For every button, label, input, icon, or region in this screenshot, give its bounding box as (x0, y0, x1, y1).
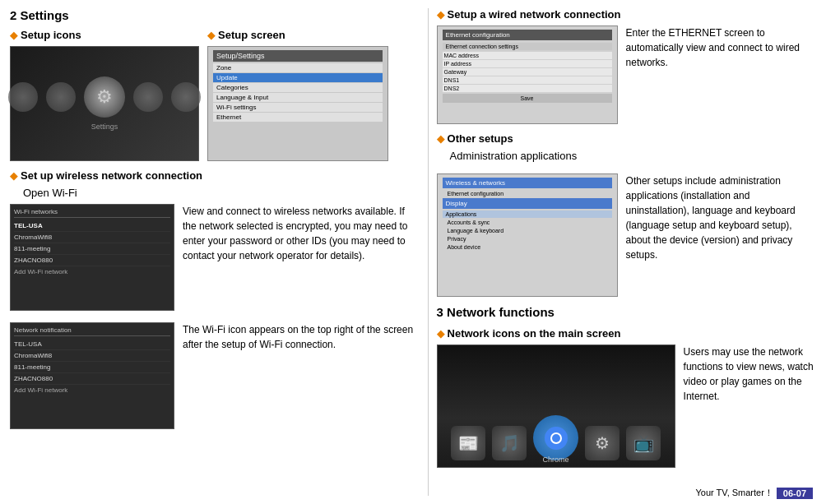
other-setups-rest: administration applications (installatio… (626, 175, 796, 261)
left-column: 2 Settings ◆ Setup icons ⚙ (10, 8, 428, 496)
admin-screen-image: Wireless & networks Ethernet configurati… (437, 173, 618, 297)
wifi-notification-description: The Wi-Fi icon appears on the top right … (183, 322, 420, 352)
admin-item: Language & keyboard (443, 227, 612, 234)
setup-list-title: Setup/Settings (213, 50, 383, 62)
wifi-item: 811-meeting (14, 243, 170, 255)
admin-item: About device (443, 243, 612, 251)
diamond-icon: ◆ (10, 30, 17, 41)
wired-row-item: IP address (443, 60, 612, 67)
wifi-screen-title: Wi-Fi networks (14, 208, 170, 218)
list-item: Ethernet (213, 113, 383, 122)
setup-icons-section: ◆ Setup icons ⚙ (10, 29, 199, 161)
network-screen-image: 📰 🎵 ⚙ 📺 Chrome (437, 344, 675, 468)
admin-section-item: Display (443, 198, 612, 209)
list-item: Update (213, 73, 383, 82)
wired-row-item: Gateway (443, 68, 612, 76)
network-icons-description: Users may use the network functions to v… (684, 344, 816, 404)
wifi-add-item: Add Wi-Fi network (14, 266, 170, 277)
diamond-icon6: ◆ (437, 328, 444, 340)
admin-row: Wireless & networks Ethernet configurati… (437, 173, 816, 297)
other-setups-include-text: Other setups include (626, 175, 717, 187)
page-footer: Your TV, Smarter！ 06-07 (696, 487, 814, 499)
diamond-icon5: ◆ (437, 133, 444, 145)
setup-screen-image: Setup/Settings Zone Update Categories La… (207, 46, 388, 161)
wireless-title: ◆ Set up wireless network connection (10, 169, 420, 182)
net-icon-3: ⚙ (585, 426, 620, 460)
wireless-section: ◆ Set up wireless network connection Ope… (10, 169, 420, 311)
list-item: Zone (213, 63, 383, 72)
notif-add: Add Wi-Fi network (14, 385, 170, 395)
net-icon-4: 📺 (626, 426, 661, 460)
diamond-icon2: ◆ (207, 30, 215, 41)
notif-item: TEL-USA (14, 339, 170, 350)
wired-description: Enter the ETHERNET screen to automatical… (626, 25, 816, 70)
wired-section-title: ◆ Setup a wired network connection (437, 8, 816, 21)
setup-icons-image: ⚙ Settings (10, 46, 199, 161)
setup-icons-sublabel: Settings (91, 123, 118, 131)
wireless-row: Wi-Fi networks TEL-USA ChromaWifi8 811-m… (10, 204, 420, 311)
wifi-item: TEL-USA (14, 220, 170, 232)
wifi-item: ZHACNO880 (14, 255, 170, 266)
left-heading: 2 Settings (10, 8, 420, 22)
admin-section-item: Wireless & networks (443, 178, 612, 188)
footer-text: Your TV, Smarter！ (696, 487, 773, 499)
list-item: Categories (213, 83, 383, 92)
wired-row-item: DNS2 (443, 85, 612, 92)
wired-screen-image: Ethernet configuration Ethernet connecti… (437, 25, 618, 124)
setup-icons-title: ◆ Setup icons (10, 29, 199, 41)
wireless-description: View and connect to wireless networks av… (183, 204, 420, 263)
notif-item: ZHACNO880 (14, 373, 170, 385)
wifi-screen-image: Wi-Fi networks TEL-USA ChromaWifi8 811-m… (10, 204, 174, 311)
wifi-item: ChromaWifi8 (14, 232, 170, 243)
list-item: Wi-Fi settings (213, 103, 383, 112)
admin-item: Privacy (443, 235, 612, 243)
diamond-icon4: ◆ (437, 9, 444, 21)
wifi-notification-section: Network notification TEL-USA ChromaWifi8… (10, 322, 420, 429)
network-row: 📰 🎵 ⚙ 📺 Chrome Users may use the network… (437, 344, 816, 468)
net-icon-chrome (533, 415, 578, 460)
wired-row-item: MAC address (443, 52, 612, 59)
notif-item: ChromaWifi8 (14, 350, 170, 362)
footer-badge: 06-07 (777, 488, 813, 499)
admin-apps-subheading: Administration applications (450, 150, 816, 162)
admin-item: Ethernet configuration (443, 190, 612, 197)
other-setups-section: ◆ Other setups Administration applicatio… (437, 132, 816, 162)
svg-point-2 (552, 434, 560, 442)
admin-item: Accounts & sync (443, 219, 612, 226)
setup-screen-section: ◆ Setup screen Setup/Settings Zone Updat… (207, 29, 388, 161)
notif-item: 811-meeting (14, 362, 170, 373)
net-icon-1: 📰 (451, 426, 485, 460)
notif-title: Network notification (14, 326, 170, 336)
wired-row: Ethernet configuration Ethernet connecti… (437, 25, 816, 124)
wired-title: Ethernet configuration (443, 30, 612, 40)
list-item: Language & Input (213, 93, 383, 102)
setup-screen-title: ◆ Setup screen (207, 29, 388, 41)
top-section: ◆ Setup icons ⚙ (10, 29, 420, 161)
other-setups-description: Other setups include administration appl… (626, 173, 816, 262)
diamond-icon3: ◆ (10, 170, 17, 182)
wired-row-item: DNS1 (443, 76, 612, 84)
wireless-subheading: Open Wi-Fi (23, 187, 420, 199)
network-icons-row: 📰 🎵 ⚙ 📺 (451, 415, 661, 460)
network-icons-title: ◆ Network icons on the main screen (437, 327, 816, 340)
right-column: ◆ Setup a wired network connection Ether… (428, 8, 816, 496)
net-icon-2: 🎵 (492, 426, 527, 460)
wifi-notification-image: Network notification TEL-USA ChromaWifi8… (10, 322, 174, 429)
chrome-label: Chrome (543, 455, 569, 464)
network-section-heading: 3 Network functions (437, 305, 816, 319)
other-setups-title: ◆ Other setups (437, 132, 816, 145)
